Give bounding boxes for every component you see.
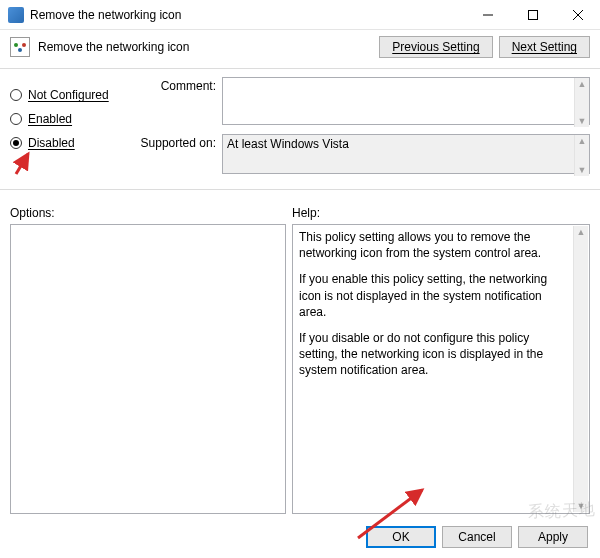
policy-icon: [10, 37, 30, 57]
radio-enabled[interactable]: Enabled: [10, 107, 140, 131]
app-icon: [8, 7, 24, 23]
minimize-button[interactable]: [465, 0, 510, 30]
radio-label: Disabled: [28, 136, 75, 150]
policy-title: Remove the networking icon: [38, 40, 373, 54]
options-panel: [10, 224, 286, 514]
title-bar: Remove the networking icon: [0, 0, 600, 30]
divider: [0, 68, 600, 69]
maximize-icon: [528, 10, 538, 20]
supported-control: ▲▼: [222, 134, 590, 177]
apply-button[interactable]: Apply: [518, 526, 588, 548]
svg-rect-0: [528, 10, 537, 19]
scrollbar[interactable]: ▲▼: [574, 135, 589, 176]
maximize-button[interactable]: [510, 0, 555, 30]
radio-not-configured[interactable]: Not Configured: [10, 83, 140, 107]
radio-dot: [10, 89, 22, 101]
divider: [0, 189, 600, 190]
next-setting-button[interactable]: Next Setting: [499, 36, 590, 58]
help-paragraph: If you enable this policy setting, the n…: [299, 271, 571, 320]
header-row: Remove the networking icon Previous Sett…: [0, 30, 600, 68]
supported-label: Supported on:: [140, 134, 222, 150]
scrollbar[interactable]: ▲▼: [574, 78, 589, 127]
radio-dot: [10, 113, 22, 125]
help-text: This policy setting allows you to remove…: [293, 225, 589, 393]
panels-row: This policy setting allows you to remove…: [0, 224, 600, 514]
radio-dot: [10, 137, 22, 149]
top-section: Not Configured Enabled Disabled Comment:…: [0, 77, 600, 183]
supported-textarea: [222, 134, 590, 174]
supported-row: Supported on: ▲▼: [140, 134, 590, 177]
mid-labels: Options: Help:: [0, 198, 600, 224]
help-label: Help:: [292, 206, 320, 220]
state-radio-group: Not Configured Enabled Disabled: [10, 77, 140, 183]
comment-row: Comment: ▲▼: [140, 77, 590, 128]
help-panel: This policy setting allows you to remove…: [292, 224, 590, 514]
close-button[interactable]: [555, 0, 600, 30]
previous-setting-button[interactable]: Previous Setting: [379, 36, 492, 58]
ok-button[interactable]: OK: [366, 526, 436, 548]
scrollbar[interactable]: ▲▼: [573, 226, 588, 512]
radio-disabled[interactable]: Disabled: [10, 131, 140, 155]
help-paragraph: If you disable or do not configure this …: [299, 330, 571, 379]
fields-column: Comment: ▲▼ Supported on: ▲▼: [140, 77, 590, 183]
minimize-icon: [483, 10, 493, 20]
comment-control: ▲▼: [222, 77, 590, 128]
window-title: Remove the networking icon: [30, 8, 465, 22]
radio-label: Enabled: [28, 112, 72, 126]
options-label: Options:: [10, 206, 292, 220]
radio-label: Not Configured: [28, 88, 109, 102]
help-paragraph: This policy setting allows you to remove…: [299, 229, 571, 261]
cancel-button[interactable]: Cancel: [442, 526, 512, 548]
comment-label: Comment:: [140, 77, 222, 93]
close-icon: [573, 10, 583, 20]
comment-textarea[interactable]: [222, 77, 590, 125]
action-buttons: OK Cancel Apply: [366, 526, 588, 548]
